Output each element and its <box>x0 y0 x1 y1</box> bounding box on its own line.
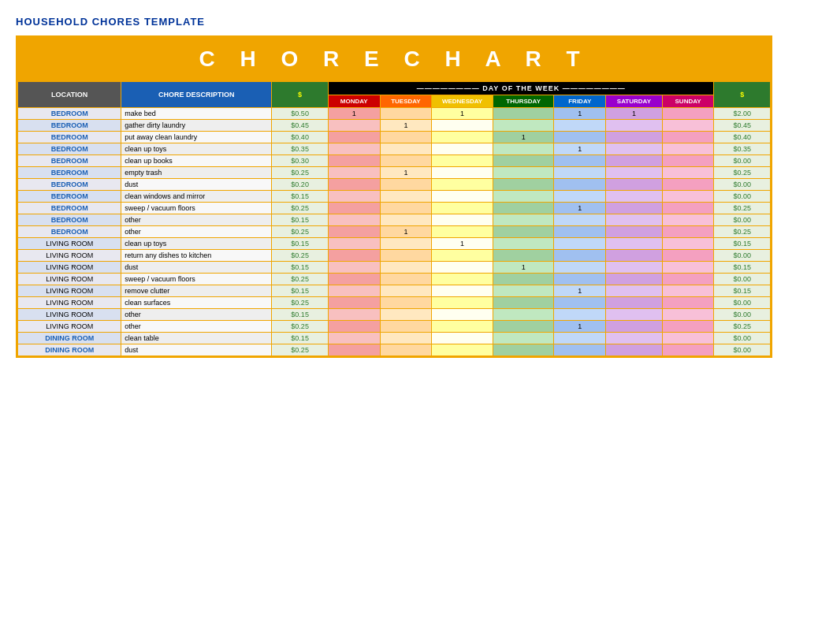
cell-monday <box>328 344 380 356</box>
cell-chore: other <box>121 214 272 226</box>
cell-monday <box>328 262 380 274</box>
table-row: LIVING ROOM remove clutter $0.15 1 $0.15 <box>18 285 771 297</box>
table-row: BEDROOM other $0.15 $0.00 <box>18 214 771 226</box>
cell-sunday <box>662 203 714 214</box>
cell-location: BEDROOM <box>18 226 121 238</box>
cell-saturday <box>606 297 663 309</box>
cell-monday <box>328 274 380 285</box>
cell-chore: sweep / vacuum floors <box>121 274 272 285</box>
table-row: LIVING ROOM other $0.25 1 $0.25 <box>18 321 771 333</box>
cell-friday <box>554 132 606 143</box>
cell-sunday <box>662 285 714 297</box>
cell-saturday <box>606 333 663 344</box>
cell-saturday <box>606 344 663 356</box>
cell-thursday <box>493 191 554 203</box>
cell-monday <box>328 167 380 179</box>
cell-location: BEDROOM <box>18 143 121 155</box>
table-row: BEDROOM make bed $0.50 1 1 1 1 $2.00 <box>18 108 771 120</box>
cell-saturday <box>606 155 663 167</box>
cell-amount-earned: $0.15 <box>714 285 771 297</box>
cell-chore: clean surfaces <box>121 297 272 309</box>
cell-saturday <box>606 167 663 179</box>
cell-friday: 1 <box>554 285 606 297</box>
cell-sunday <box>662 155 714 167</box>
cell-saturday <box>606 214 663 226</box>
cell-wednesday <box>432 274 493 285</box>
cell-tuesday: 1 <box>380 226 432 238</box>
cell-saturday <box>606 120 663 132</box>
cell-amount-earned: $0.25 <box>714 226 771 238</box>
table-row: BEDROOM dust $0.20 $0.00 <box>18 179 771 191</box>
col-header-day-of-week: ———————— DAY OF THE WEEK ———————— <box>328 82 713 95</box>
cell-location: BEDROOM <box>18 179 121 191</box>
cell-wednesday <box>432 167 493 179</box>
cell-location: LIVING ROOM <box>18 285 121 297</box>
col-header-tuesday: TUESDAY <box>380 95 432 108</box>
col-header-chore: CHORE DESCRIPTION <box>121 82 272 108</box>
cell-monday <box>328 155 380 167</box>
cell-friday <box>554 344 606 356</box>
cell-wednesday <box>432 203 493 214</box>
cell-location: LIVING ROOM <box>18 250 121 262</box>
cell-tuesday <box>380 238 432 250</box>
cell-location: LIVING ROOM <box>18 309 121 321</box>
table-row: BEDROOM sweep / vacuum floors $0.25 1 $0… <box>18 203 771 214</box>
table-row: LIVING ROOM sweep / vacuum floors $0.25 … <box>18 274 771 285</box>
cell-amount-to-earn: $0.15 <box>272 214 329 226</box>
cell-thursday <box>493 238 554 250</box>
cell-wednesday <box>432 143 493 155</box>
cell-wednesday: 1 <box>432 108 493 120</box>
col-header-monday: MONDAY <box>328 95 380 108</box>
cell-thursday <box>493 226 554 238</box>
table-row: LIVING ROOM return any dishes to kitchen… <box>18 250 771 262</box>
cell-monday <box>328 143 380 155</box>
cell-sunday <box>662 238 714 250</box>
cell-amount-to-earn: $0.25 <box>272 167 329 179</box>
cell-monday <box>328 203 380 214</box>
cell-sunday <box>662 262 714 274</box>
table-row: BEDROOM clean windows and mirror $0.15 $… <box>18 191 771 203</box>
cell-wednesday: 1 <box>432 238 493 250</box>
cell-saturday <box>606 274 663 285</box>
cell-amount-earned: $0.15 <box>714 262 771 274</box>
cell-tuesday <box>380 143 432 155</box>
cell-amount-to-earn: $0.25 <box>272 226 329 238</box>
cell-amount-to-earn: $0.50 <box>272 108 329 120</box>
col-header-dollar-left: $ <box>272 82 329 108</box>
cell-thursday <box>493 203 554 214</box>
cell-location: LIVING ROOM <box>18 262 121 274</box>
cell-tuesday <box>380 108 432 120</box>
table-row: LIVING ROOM clean up toys $0.15 1 $0.15 <box>18 238 771 250</box>
cell-thursday <box>493 250 554 262</box>
cell-chore: clean windows and mirror <box>121 191 272 203</box>
cell-chore: clean table <box>121 333 272 344</box>
cell-friday <box>554 250 606 262</box>
cell-chore: other <box>121 226 272 238</box>
cell-friday: 1 <box>554 108 606 120</box>
cell-saturday <box>606 226 663 238</box>
cell-sunday <box>662 179 714 191</box>
cell-sunday <box>662 250 714 262</box>
cell-wednesday <box>432 214 493 226</box>
cell-amount-to-earn: $0.25 <box>272 297 329 309</box>
cell-sunday <box>662 167 714 179</box>
table-row: LIVING ROOM dust $0.15 1 $0.15 <box>18 262 771 274</box>
cell-friday <box>554 226 606 238</box>
cell-location: LIVING ROOM <box>18 321 121 333</box>
cell-chore: other <box>121 321 272 333</box>
cell-wednesday <box>432 226 493 238</box>
cell-tuesday <box>380 179 432 191</box>
cell-tuesday <box>380 321 432 333</box>
cell-sunday <box>662 274 714 285</box>
cell-tuesday <box>380 297 432 309</box>
chart-container: C H O R E C H A R T LOCATION CHORE DESCR… <box>16 35 772 358</box>
cell-location: LIVING ROOM <box>18 238 121 250</box>
cell-friday <box>554 274 606 285</box>
cell-amount-earned: $0.00 <box>714 297 771 309</box>
cell-wednesday <box>432 132 493 143</box>
cell-monday <box>328 250 380 262</box>
cell-chore: dust <box>121 262 272 274</box>
table-row: BEDROOM empty trash $0.25 1 $0.25 <box>18 167 771 179</box>
cell-sunday <box>662 297 714 309</box>
cell-amount-earned: $0.00 <box>714 214 771 226</box>
